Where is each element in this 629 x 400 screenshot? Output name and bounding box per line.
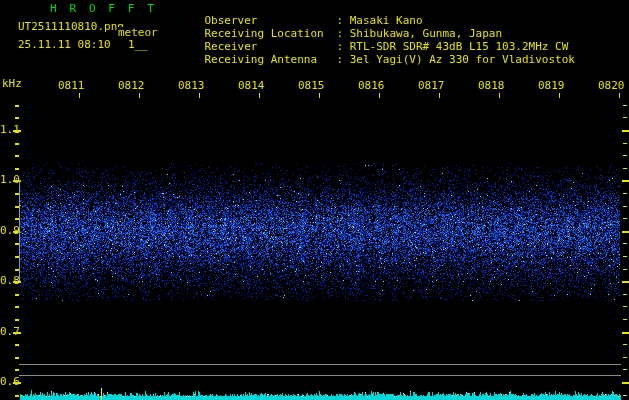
counter-label: 1__ <box>128 39 148 51</box>
header-label: Receiving Antenna <box>205 54 337 66</box>
freq-label: 0.6 <box>0 376 22 388</box>
timestamp: 25.11.11 08:10 <box>18 39 111 51</box>
output-filename: UT2511110810.png <box>18 21 124 33</box>
freq-label: 0.7 <box>0 326 22 338</box>
freq-label: 1.1 <box>0 124 22 136</box>
time-label: 0811 <box>58 80 86 92</box>
time-label: 0816 <box>358 80 386 92</box>
time-label: 0819 <box>538 80 566 92</box>
freq-axis-unit: kHz <box>2 78 22 90</box>
time-label: 0818 <box>478 80 506 92</box>
time-label: 0815 <box>298 80 326 92</box>
time-label: 0814 <box>238 80 266 92</box>
freq-label: 0.9 <box>0 225 22 237</box>
header-separator: : <box>337 53 350 66</box>
header-row-antenna: Receiving Antenna: 3el Yagi(V) Az 330 fo… <box>178 42 575 78</box>
hrofft-output: H R O F F T UT2511110810.png meteor 25.1… <box>0 0 629 400</box>
time-label: 0817 <box>418 80 446 92</box>
time-label: 0812 <box>118 80 146 92</box>
header-value: 3el Yagi(V) Az 330 for Vladivostok <box>350 53 575 66</box>
freq-label: 1.0 <box>0 174 22 186</box>
app-title: H R O F F T <box>50 3 157 15</box>
freq-label: 0.8 <box>0 275 22 287</box>
time-label: 0820 <box>598 80 626 92</box>
time-label: 0813 <box>178 80 206 92</box>
